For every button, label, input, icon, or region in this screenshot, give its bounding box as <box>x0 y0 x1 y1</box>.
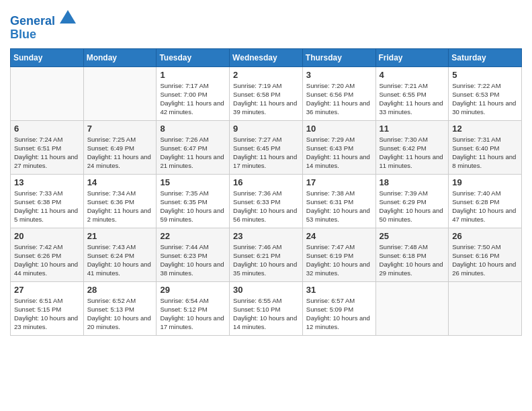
day-info: Sunrise: 7:33 AM Sunset: 6:38 PM Dayligh… <box>14 189 80 224</box>
calendar-cell: 21Sunrise: 7:43 AM Sunset: 6:24 PM Dayli… <box>83 228 157 281</box>
calendar-cell: 3Sunrise: 7:20 AM Sunset: 6:56 PM Daylig… <box>302 66 375 120</box>
day-number: 12 <box>452 124 518 134</box>
week-row-3: 13Sunrise: 7:33 AM Sunset: 6:38 PM Dayli… <box>11 174 522 228</box>
calendar-cell: 19Sunrise: 7:40 AM Sunset: 6:28 PM Dayli… <box>449 174 522 228</box>
day-number: 5 <box>452 70 518 80</box>
calendar-cell: 11Sunrise: 7:30 AM Sunset: 6:42 PM Dayli… <box>375 120 449 174</box>
calendar-cell: 18Sunrise: 7:39 AM Sunset: 6:29 PM Dayli… <box>375 174 449 228</box>
day-info: Sunrise: 7:22 AM Sunset: 6:53 PM Dayligh… <box>452 81 518 117</box>
header-row: SundayMondayTuesdayWednesdayThursdayFrid… <box>11 48 522 66</box>
col-header-saturday: Saturday <box>449 48 522 66</box>
calendar-cell: 23Sunrise: 7:46 AM Sunset: 6:21 PM Dayli… <box>230 228 303 281</box>
day-number: 24 <box>306 231 372 241</box>
day-number: 9 <box>233 124 299 134</box>
day-info: Sunrise: 6:55 AM Sunset: 5:10 PM Dayligh… <box>233 296 299 332</box>
calendar-cell: 24Sunrise: 7:47 AM Sunset: 6:19 PM Dayli… <box>302 228 375 281</box>
day-number: 1 <box>160 70 226 80</box>
day-info: Sunrise: 7:30 AM Sunset: 6:42 PM Dayligh… <box>380 135 445 171</box>
day-info: Sunrise: 7:24 AM Sunset: 6:51 PM Dayligh… <box>14 135 80 171</box>
day-info: Sunrise: 7:20 AM Sunset: 6:56 PM Dayligh… <box>306 81 372 117</box>
day-number: 21 <box>87 231 153 241</box>
calendar-cell: 29Sunrise: 6:54 AM Sunset: 5:12 PM Dayli… <box>157 281 230 335</box>
day-number: 22 <box>160 231 226 241</box>
day-number: 19 <box>452 177 518 187</box>
day-number: 31 <box>306 285 372 295</box>
page-header: General Blue <box>10 10 522 42</box>
day-info: Sunrise: 6:51 AM Sunset: 5:15 PM Dayligh… <box>14 296 80 332</box>
day-info: Sunrise: 7:17 AM Sunset: 7:00 PM Dayligh… <box>160 81 226 117</box>
calendar-cell: 10Sunrise: 7:29 AM Sunset: 6:43 PM Dayli… <box>302 120 375 174</box>
logo-blue: Blue <box>10 28 36 41</box>
day-number: 20 <box>14 231 80 241</box>
svg-marker-0 <box>60 10 76 24</box>
day-info: Sunrise: 7:26 AM Sunset: 6:47 PM Dayligh… <box>160 135 226 171</box>
calendar-cell: 9Sunrise: 7:27 AM Sunset: 6:45 PM Daylig… <box>230 120 303 174</box>
day-info: Sunrise: 7:48 AM Sunset: 6:18 PM Dayligh… <box>380 242 445 278</box>
calendar-cell: 7Sunrise: 7:25 AM Sunset: 6:49 PM Daylig… <box>83 120 157 174</box>
day-info: Sunrise: 7:42 AM Sunset: 6:26 PM Dayligh… <box>14 242 80 278</box>
calendar-cell <box>449 281 522 335</box>
calendar-cell: 31Sunrise: 6:57 AM Sunset: 5:09 PM Dayli… <box>302 281 375 335</box>
day-number: 13 <box>14 177 80 187</box>
calendar-cell: 14Sunrise: 7:34 AM Sunset: 6:36 PM Dayli… <box>83 174 157 228</box>
day-number: 11 <box>380 124 445 134</box>
day-info: Sunrise: 7:21 AM Sunset: 6:55 PM Dayligh… <box>380 81 445 117</box>
day-info: Sunrise: 7:47 AM Sunset: 6:19 PM Dayligh… <box>306 242 372 278</box>
day-number: 15 <box>160 177 226 187</box>
calendar-cell: 22Sunrise: 7:44 AM Sunset: 6:23 PM Dayli… <box>157 228 230 281</box>
day-info: Sunrise: 7:39 AM Sunset: 6:29 PM Dayligh… <box>380 189 445 224</box>
calendar-cell: 26Sunrise: 7:50 AM Sunset: 6:16 PM Dayli… <box>449 228 522 281</box>
day-info: Sunrise: 7:25 AM Sunset: 6:49 PM Dayligh… <box>87 135 153 171</box>
col-header-monday: Monday <box>83 48 157 66</box>
day-info: Sunrise: 7:40 AM Sunset: 6:28 PM Dayligh… <box>452 189 518 224</box>
calendar-cell: 6Sunrise: 7:24 AM Sunset: 6:51 PM Daylig… <box>11 120 84 174</box>
day-number: 4 <box>380 70 445 80</box>
day-number: 17 <box>306 177 372 187</box>
day-number: 16 <box>233 177 299 187</box>
day-number: 30 <box>233 285 299 295</box>
week-row-4: 20Sunrise: 7:42 AM Sunset: 6:26 PM Dayli… <box>11 228 522 281</box>
calendar-cell: 8Sunrise: 7:26 AM Sunset: 6:47 PM Daylig… <box>157 120 230 174</box>
week-row-2: 6Sunrise: 7:24 AM Sunset: 6:51 PM Daylig… <box>11 120 522 174</box>
calendar-cell <box>83 66 157 120</box>
day-info: Sunrise: 7:29 AM Sunset: 6:43 PM Dayligh… <box>306 135 372 171</box>
calendar-cell: 30Sunrise: 6:55 AM Sunset: 5:10 PM Dayli… <box>230 281 303 335</box>
day-number: 23 <box>233 231 299 241</box>
calendar-cell <box>11 66 84 120</box>
day-info: Sunrise: 7:38 AM Sunset: 6:31 PM Dayligh… <box>306 189 372 224</box>
logo-icon <box>60 10 76 24</box>
day-number: 26 <box>452 231 518 241</box>
col-header-sunday: Sunday <box>11 48 84 66</box>
day-number: 28 <box>87 285 153 295</box>
day-number: 10 <box>306 124 372 134</box>
col-header-friday: Friday <box>375 48 449 66</box>
day-number: 18 <box>380 177 445 187</box>
calendar-cell: 25Sunrise: 7:48 AM Sunset: 6:18 PM Dayli… <box>375 228 449 281</box>
day-number: 6 <box>14 124 80 134</box>
day-info: Sunrise: 6:57 AM Sunset: 5:09 PM Dayligh… <box>306 296 372 332</box>
day-info: Sunrise: 7:31 AM Sunset: 6:40 PM Dayligh… <box>452 135 518 171</box>
day-info: Sunrise: 7:19 AM Sunset: 6:58 PM Dayligh… <box>233 81 299 117</box>
calendar-cell: 27Sunrise: 6:51 AM Sunset: 5:15 PM Dayli… <box>11 281 84 335</box>
day-number: 3 <box>306 70 372 80</box>
day-info: Sunrise: 6:52 AM Sunset: 5:13 PM Dayligh… <box>87 296 153 332</box>
calendar-cell: 20Sunrise: 7:42 AM Sunset: 6:26 PM Dayli… <box>11 228 84 281</box>
col-header-tuesday: Tuesday <box>157 48 230 66</box>
col-header-thursday: Thursday <box>302 48 375 66</box>
day-number: 7 <box>87 124 153 134</box>
day-info: Sunrise: 7:50 AM Sunset: 6:16 PM Dayligh… <box>452 242 518 278</box>
week-row-1: 1Sunrise: 7:17 AM Sunset: 7:00 PM Daylig… <box>11 66 522 120</box>
day-info: Sunrise: 6:54 AM Sunset: 5:12 PM Dayligh… <box>160 296 226 332</box>
logo-general: General <box>10 14 55 28</box>
calendar-cell: 17Sunrise: 7:38 AM Sunset: 6:31 PM Dayli… <box>302 174 375 228</box>
calendar-cell: 28Sunrise: 6:52 AM Sunset: 5:13 PM Dayli… <box>83 281 157 335</box>
day-info: Sunrise: 7:35 AM Sunset: 6:35 PM Dayligh… <box>160 189 226 224</box>
calendar-cell: 16Sunrise: 7:36 AM Sunset: 6:33 PM Dayli… <box>230 174 303 228</box>
day-number: 27 <box>14 285 80 295</box>
day-info: Sunrise: 7:27 AM Sunset: 6:45 PM Dayligh… <box>233 135 299 171</box>
week-row-5: 27Sunrise: 6:51 AM Sunset: 5:15 PM Dayli… <box>11 281 522 335</box>
day-info: Sunrise: 7:36 AM Sunset: 6:33 PM Dayligh… <box>233 189 299 224</box>
logo: General Blue <box>10 10 76 42</box>
calendar-cell: 5Sunrise: 7:22 AM Sunset: 6:53 PM Daylig… <box>449 66 522 120</box>
calendar-cell: 2Sunrise: 7:19 AM Sunset: 6:58 PM Daylig… <box>230 66 303 120</box>
